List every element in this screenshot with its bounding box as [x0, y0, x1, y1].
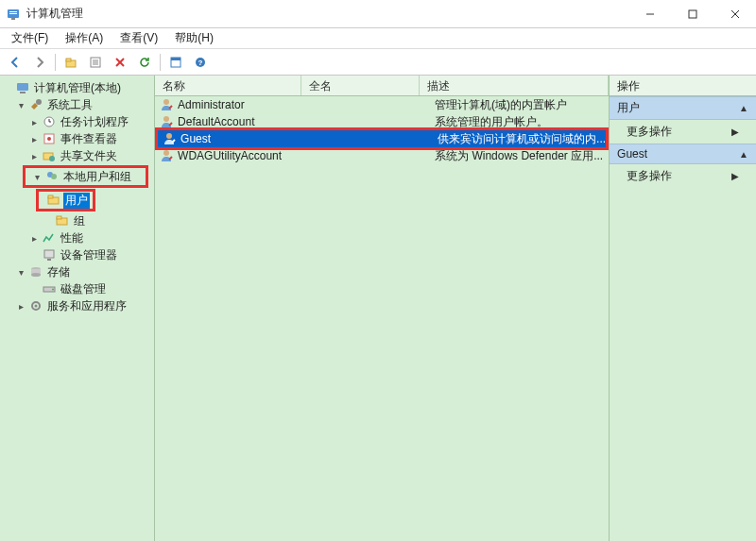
tree-device-manager[interactable]: 设备管理器 [2, 246, 152, 263]
menu-help[interactable]: 帮助(H) [167, 28, 221, 48]
svg-rect-17 [171, 58, 180, 60]
highlighted-guest-row: Guest 供来宾访问计算机或访问域的内... [155, 127, 609, 150]
event-icon [42, 131, 57, 146]
user-icon [159, 97, 174, 112]
back-button[interactable] [4, 51, 26, 74]
share-icon [42, 148, 57, 163]
tree-task-scheduler[interactable]: ▸ 任务计划程序 [2, 113, 152, 130]
list-header: 名称 全名 描述 [155, 76, 609, 96]
tree-performance[interactable]: ▸ 性能 [2, 229, 152, 246]
action-more-ops-users[interactable]: 更多操作 ▶ [610, 120, 756, 144]
svg-rect-33 [48, 195, 53, 198]
user-icon [159, 148, 174, 163]
disk-icon [42, 281, 57, 296]
folder-icon [55, 213, 70, 228]
window-title: 计算机管理 [26, 6, 83, 22]
delete-button[interactable] [109, 51, 131, 74]
tree-event-viewer[interactable]: ▸ 事件查看器 [2, 130, 152, 147]
expand-icon[interactable]: ▸ [28, 134, 40, 144]
column-fullname[interactable]: 全名 [301, 76, 420, 95]
titlebar: 计算机管理 [0, 0, 756, 28]
svg-rect-5 [689, 10, 696, 18]
performance-icon [42, 230, 57, 245]
list-item[interactable]: Guest 供来宾访问计算机或访问域的内... [158, 130, 606, 147]
help-button[interactable]: ? [189, 51, 212, 74]
expand-icon[interactable]: ▸ [28, 117, 40, 127]
tree-pane[interactable]: 计算机管理(本地) ▾ 系统工具 ▸ 任务计划程序 ▸ 事件查看器 ▸ 共享文件… [0, 76, 155, 541]
svg-rect-36 [44, 250, 54, 258]
list-pane: 名称 全名 描述 Administrator 管理计算机(域)的内置帐户 Def… [155, 76, 610, 541]
svg-rect-3 [11, 18, 15, 20]
main-area: 计算机管理(本地) ▾ 系统工具 ▸ 任务计划程序 ▸ 事件查看器 ▸ 共享文件… [0, 76, 756, 541]
svg-point-31 [51, 174, 57, 179]
export-list-button[interactable] [164, 51, 187, 74]
svg-rect-1 [9, 11, 17, 12]
svg-rect-37 [47, 259, 51, 261]
list-body[interactable]: Administrator 管理计算机(域)的内置帐户 DefaultAccou… [155, 96, 609, 541]
tree-services-apps[interactable]: ▸ 服务和应用程序 [2, 297, 152, 314]
collapse-arrow-icon: ▲ [739, 103, 748, 113]
tree-disk-management[interactable]: 磁盘管理 [2, 280, 152, 297]
collapse-arrow-icon: ▲ [739, 149, 748, 160]
menu-view[interactable]: 查看(V) [112, 28, 165, 48]
submenu-arrow-icon: ▶ [731, 171, 739, 181]
storage-icon [28, 264, 43, 279]
tree-users[interactable]: 用户 [39, 192, 93, 209]
svg-point-45 [163, 99, 169, 105]
svg-rect-21 [20, 92, 26, 93]
tree-local-users-groups[interactable]: ▾ 本地用户和组 [26, 168, 146, 185]
tree-system-tools[interactable]: ▾ 系统工具 [2, 96, 152, 113]
tree-storage[interactable]: ▾ 存储 [2, 263, 152, 280]
svg-rect-2 [9, 13, 17, 14]
svg-point-22 [36, 99, 42, 105]
up-button[interactable] [60, 51, 82, 74]
column-description[interactable]: 描述 [420, 76, 609, 95]
expand-icon[interactable]: ▸ [15, 301, 26, 312]
svg-point-47 [166, 133, 172, 139]
tree-groups[interactable]: 组 [2, 212, 152, 229]
menu-file[interactable]: 文件(F) [4, 28, 56, 48]
clock-icon [42, 114, 57, 129]
menu-action[interactable]: 操作(A) [58, 28, 111, 48]
svg-rect-35 [57, 216, 61, 219]
collapse-icon[interactable]: ▾ [31, 172, 43, 182]
properties-button[interactable] [84, 51, 107, 74]
expand-icon[interactable]: ▸ [28, 233, 40, 244]
user-icon [162, 131, 177, 146]
svg-point-44 [35, 305, 38, 308]
close-button[interactable] [713, 0, 756, 27]
app-icon [6, 7, 21, 22]
toolbar-separator [160, 54, 161, 71]
collapse-icon[interactable]: ▾ [15, 267, 26, 278]
action-more-ops-guest[interactable]: 更多操作 ▶ [610, 164, 756, 188]
users-group-icon [44, 169, 60, 184]
maximize-button[interactable] [671, 0, 713, 27]
computer-icon [15, 80, 30, 95]
svg-point-29 [49, 156, 55, 161]
action-pane: 操作 用户 ▲ 更多操作 ▶ Guest ▲ 更多操作 ▶ [610, 76, 756, 541]
svg-point-42 [52, 289, 54, 291]
svg-point-48 [163, 150, 169, 156]
collapse-icon[interactable]: ▾ [15, 100, 26, 110]
column-name[interactable]: 名称 [155, 76, 301, 95]
action-section-users[interactable]: 用户 ▲ [610, 96, 756, 120]
minimize-button[interactable] [628, 0, 671, 27]
svg-point-46 [163, 116, 169, 122]
tree-shared-folders[interactable]: ▸ 共享文件夹 [2, 147, 152, 164]
forward-button[interactable] [28, 51, 51, 74]
svg-rect-9 [66, 59, 71, 61]
submenu-arrow-icon: ▶ [731, 127, 739, 137]
toolbar-separator [55, 54, 56, 71]
tools-icon [28, 97, 43, 112]
device-icon [42, 247, 57, 262]
svg-rect-20 [17, 83, 28, 91]
expand-icon[interactable]: ▸ [28, 151, 40, 161]
refresh-button[interactable] [133, 51, 156, 74]
menubar: 文件(F) 操作(A) 查看(V) 帮助(H) [0, 28, 756, 49]
list-item[interactable]: Administrator 管理计算机(域)的内置帐户 [155, 96, 609, 113]
action-section-guest[interactable]: Guest ▲ [610, 144, 756, 164]
svg-point-40 [31, 273, 41, 277]
toolbar: ? [0, 49, 756, 76]
tree-root[interactable]: 计算机管理(本地) [2, 79, 152, 96]
folder-icon [46, 193, 61, 208]
